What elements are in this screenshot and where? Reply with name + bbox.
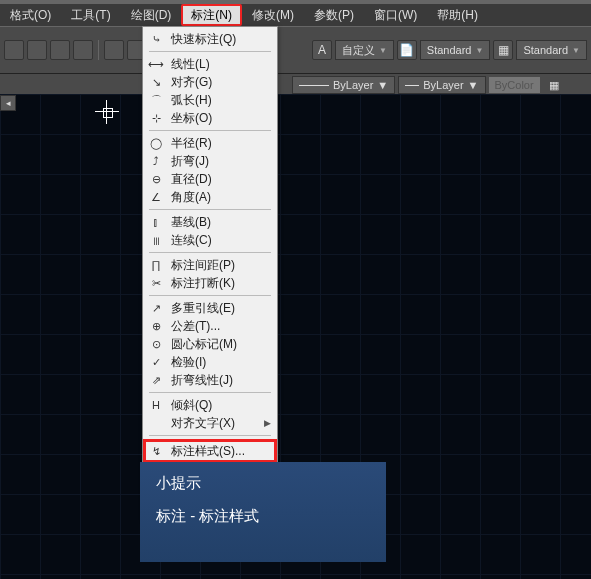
menuitem-icon: ✓: [147, 355, 165, 369]
combo-linetype[interactable]: ByLayer▼: [292, 76, 395, 94]
chevron-down-icon: ▼: [468, 79, 479, 91]
menuitem-icon: ✂: [147, 276, 165, 290]
viewport-handle[interactable]: ◂: [0, 95, 16, 111]
menu-绘图D[interactable]: 绘图(D): [121, 6, 182, 24]
combo-standard1-label: Standard: [427, 44, 472, 56]
menu-divider: [149, 51, 271, 52]
menuitem-角度A[interactable]: ∠角度(A): [143, 188, 277, 206]
menuitem-label: 公差(T)...: [171, 318, 271, 335]
menuitem-label: 快速标注(Q): [171, 31, 271, 48]
menuitem-标注样式S[interactable]: ↯标注样式(S)...: [143, 439, 277, 463]
menu-divider: [149, 209, 271, 210]
combo-custom[interactable]: 自定义▼: [335, 40, 394, 60]
menuitem-多重引线E[interactable]: ↗多重引线(E): [143, 299, 277, 317]
menu-divider: [149, 295, 271, 296]
menuitem-icon: ∠: [147, 190, 165, 204]
menuitem-对齐文字X[interactable]: 对齐文字(X)▶: [143, 414, 277, 432]
chevron-down-icon: ▼: [476, 46, 484, 55]
menu-修改M[interactable]: 修改(M): [242, 6, 304, 24]
menuitem-弧长H[interactable]: ⌒弧长(H): [143, 91, 277, 109]
menuitem-线性L[interactable]: ⟷线性(L): [143, 55, 277, 73]
menuitem-label: 标注间距(P): [171, 257, 271, 274]
toolbtn-4[interactable]: [73, 40, 93, 60]
crosshair-cursor: [95, 100, 119, 124]
menuitem-label: 直径(D): [171, 171, 271, 188]
menuitem-icon: ◯: [147, 136, 165, 150]
menu-帮助H[interactable]: 帮助(H): [427, 6, 488, 24]
menuitem-icon: ⇗: [147, 373, 165, 387]
menuitem-icon: ⫿: [147, 215, 165, 229]
chevron-down-icon: ▼: [379, 46, 387, 55]
menuitem-label: 标注打断(K): [171, 275, 271, 292]
menuitem-label: 圆心标记(M): [171, 336, 271, 353]
toolbtn-table-icon[interactable]: ▦: [493, 40, 513, 60]
menuitem-label: 角度(A): [171, 189, 271, 206]
toolbtn-style-icon[interactable]: 📄: [397, 40, 417, 60]
menuitem-icon: ⊕: [147, 319, 165, 333]
menu-窗口W[interactable]: 窗口(W): [364, 6, 427, 24]
menuitem-icon: ⊙: [147, 337, 165, 351]
menuitem-icon: ⊹: [147, 111, 165, 125]
menuitem-icon: ∏: [147, 258, 165, 272]
combo-lineweight[interactable]: ByLayer▼: [398, 76, 485, 94]
menuitem-label: 多重引线(E): [171, 300, 271, 317]
hint-popup: 小提示 标注 - 标注样式: [140, 462, 386, 562]
chevron-down-icon: ▼: [377, 79, 388, 91]
menuitem-icon: ↯: [147, 444, 165, 458]
menuitem-折弯线性J[interactable]: ⇗折弯线性(J): [143, 371, 277, 389]
menuitem-直径D[interactable]: ⊖直径(D): [143, 170, 277, 188]
menu-参数P[interactable]: 参数(P): [304, 6, 364, 24]
menuitem-对齐G[interactable]: ↘对齐(G): [143, 73, 277, 91]
menuitem-label: 线性(L): [171, 56, 271, 73]
menuitem-坐标O[interactable]: ⊹坐标(O): [143, 109, 277, 127]
menu-标注N[interactable]: 标注(N): [181, 4, 242, 26]
menuitem-半径R[interactable]: ◯半径(R): [143, 134, 277, 152]
toolbtn-3[interactable]: [50, 40, 70, 60]
menubar: 格式(O)工具(T)绘图(D)标注(N)修改(M)参数(P)窗口(W)帮助(H): [0, 0, 591, 26]
menuitem-连续C[interactable]: ⫼连续(C): [143, 231, 277, 249]
menuitem-公差T[interactable]: ⊕公差(T)...: [143, 317, 277, 335]
menuitem-icon: ⤷: [147, 32, 165, 46]
toolbtn-5[interactable]: [104, 40, 124, 60]
menu-divider: [149, 435, 271, 436]
menuitem-label: 连续(C): [171, 232, 271, 249]
menuitem-标注打断K[interactable]: ✂标注打断(K): [143, 274, 277, 292]
hint-text: 标注 - 标注样式: [156, 507, 370, 526]
menuitem-icon: ⫼: [147, 233, 165, 247]
menuitem-折弯J[interactable]: ⤴折弯(J): [143, 152, 277, 170]
toolbtn-text-icon[interactable]: A: [312, 40, 332, 60]
combo-standard2-label: Standard: [523, 44, 568, 56]
combo-lineweight-label: ByLayer: [423, 79, 463, 91]
menuitem-倾斜Q[interactable]: H倾斜(Q): [143, 396, 277, 414]
dimension-menu: ⤷快速标注(Q)⟷线性(L)↘对齐(G)⌒弧长(H)⊹坐标(O)◯半径(R)⤴折…: [142, 26, 278, 521]
menuitem-icon: ⟷: [147, 57, 165, 71]
toolbtn-props[interactable]: ▦: [549, 79, 559, 92]
menu-divider: [149, 392, 271, 393]
combo-standard1[interactable]: Standard▼: [420, 40, 491, 60]
menuitem-label: 标注样式(S)...: [171, 443, 271, 460]
submenu-arrow-icon: ▶: [264, 418, 271, 428]
menuitem-检验I[interactable]: ✓检验(I): [143, 353, 277, 371]
toolbtn-2[interactable]: [27, 40, 47, 60]
menuitem-icon: ⤴: [147, 154, 165, 168]
menuitem-基线B[interactable]: ⫿基线(B): [143, 213, 277, 231]
toolbtn-1[interactable]: [4, 40, 24, 60]
menuitem-icon: ↗: [147, 301, 165, 315]
menuitem-icon: ⌒: [147, 93, 165, 107]
menuitem-icon: H: [147, 398, 165, 412]
menuitem-圆心标记M[interactable]: ⊙圆心标记(M): [143, 335, 277, 353]
menu-工具T[interactable]: 工具(T): [61, 6, 120, 24]
menu-格式O[interactable]: 格式(O): [0, 6, 61, 24]
combo-standard2[interactable]: Standard▼: [516, 40, 587, 60]
combo-linetype-label: ByLayer: [333, 79, 373, 91]
hint-title: 小提示: [156, 474, 370, 493]
menu-divider: [149, 130, 271, 131]
menuitem-icon: [147, 416, 165, 430]
combo-plotstyle-disabled: ByColor: [489, 77, 540, 93]
menuitem-label: 坐标(O): [171, 110, 271, 127]
menu-divider: [149, 252, 271, 253]
menuitem-icon: ↘: [147, 75, 165, 89]
menuitem-快速标注Q[interactable]: ⤷快速标注(Q): [143, 30, 277, 48]
menuitem-label: 折弯线性(J): [171, 372, 271, 389]
menuitem-标注间距P[interactable]: ∏标注间距(P): [143, 256, 277, 274]
